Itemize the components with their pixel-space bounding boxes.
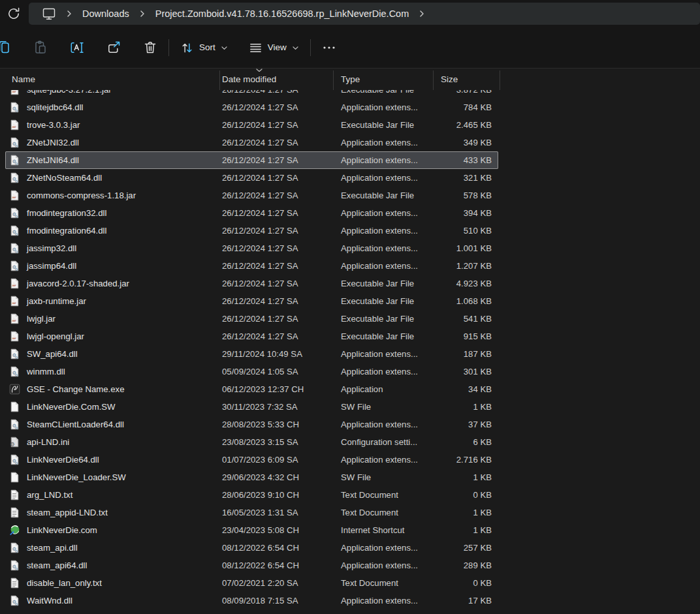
file-row[interactable]: ☕ commons-compress-1.18.jar 26/12/2024 1… — [5, 187, 498, 204]
toolbar-separator — [168, 39, 169, 56]
file-row[interactable]: ⚙⚙ jassimp64.dll 26/12/2024 1:27 SA Appl… — [5, 257, 498, 275]
file-row[interactable]: ⚙⚙ steam_api64.dll 08/12/2022 6:54 CH Ap… — [5, 557, 498, 574]
dll-file-icon: ⚙⚙ — [9, 454, 20, 465]
dll-file-icon: ⚙⚙ — [9, 243, 20, 254]
file-row[interactable]: ☕ trove-3.0.3.jar 26/12/2024 1:27 SA Exe… — [5, 116, 498, 134]
file-row[interactable]: ⚙⚙ sqlitejdbc64.dll 26/12/2024 1:27 SA A… — [5, 99, 498, 116]
breadcrumb: Downloads Project.Zomboid.v41.78.16.1652… — [29, 3, 700, 25]
file-name: commons-compress-1.18.jar — [27, 191, 136, 200]
file-row[interactable]: ⚙ api-LND.ini 23/08/2023 3:15 SA Configu… — [5, 433, 498, 451]
share-button[interactable] — [101, 35, 127, 60]
file-name: javacord-2.0.17-shaded.jar — [27, 279, 129, 288]
file-row[interactable]: LinkNeverDie.Com.SW 30/11/2023 7:32 SA S… — [5, 398, 498, 416]
toolbar-separator — [310, 39, 311, 56]
column-separator[interactable] — [219, 70, 220, 90]
file-date-modified: 16/05/2023 1:31 SA — [219, 508, 333, 517]
file-row[interactable]: steam_appid-LND.txt 16/05/2023 1:31 SA T… — [5, 504, 498, 521]
file-date-modified: 23/04/2023 5:08 CH — [219, 525, 333, 535]
file-row[interactable]: ⚙⚙ fmodintegration64.dll 26/12/2024 1:27… — [5, 222, 498, 239]
file-name: SW_api64.dll — [27, 349, 78, 359]
file-date-modified: 23/08/2023 3:15 SA — [219, 437, 333, 447]
crumb-current-folder[interactable]: Project.Zomboid.v41.78.16.16526698.rp_Li… — [151, 5, 413, 23]
svg-text:⚙: ⚙ — [15, 373, 18, 377]
column-header-type[interactable]: Type — [341, 74, 360, 84]
file-type: Text Document — [333, 490, 433, 500]
file-row[interactable]: ⚙⚙ steam_api.dll 08/12/2022 6:54 CH Appl… — [5, 539, 498, 557]
file-row[interactable]: ⚙⚙ ZNetNoSteam64.dll 26/12/2024 1:27 SA … — [5, 169, 498, 187]
see-more-button[interactable] — [316, 35, 342, 60]
file-size: 289 KB — [433, 560, 498, 570]
sort-button[interactable]: Sort — [174, 35, 234, 60]
file-size: 1 KB — [433, 402, 498, 412]
column-separator[interactable] — [500, 70, 500, 90]
file-name: LinkNeverDie_Loader.SW — [27, 472, 126, 482]
crumb-downloads[interactable]: Downloads — [78, 5, 133, 23]
file-row[interactable]: ☕ lwjgl-opengl.jar 26/12/2024 1:27 SA Ex… — [5, 328, 498, 345]
file-list: ☕ sqlite-jdbc-3.27.2.1.jar 26/12/2024 1:… — [0, 90, 700, 614]
file-type: Text Document — [333, 578, 433, 588]
file-type: Executable Jar File — [333, 296, 433, 306]
sw-file-icon — [9, 472, 20, 483]
file-name: LinkNeverDie64.dll — [27, 455, 99, 465]
file-row[interactable]: arg_LND.txt 28/06/2023 9:10 CH Text Docu… — [5, 486, 498, 504]
this-pc-crumb-button[interactable] — [38, 5, 60, 23]
file-row[interactable]: ⚙⚙ winmm.dll 05/09/2024 1:05 SA Applicat… — [5, 363, 498, 380]
file-row[interactable]: ☕ sqlite-jdbc-3.27.2.1.jar 26/12/2024 1:… — [5, 90, 498, 99]
file-name: jaxb-runtime.jar — [27, 296, 86, 306]
file-date-modified: 26/12/2024 1:27 SA — [219, 279, 333, 288]
file-size: 0 KB — [433, 490, 498, 500]
svg-text:⚙: ⚙ — [15, 215, 18, 219]
file-row[interactable]: ⚙⚙ WaitWnd.dll 08/09/2018 7:15 SA Applic… — [5, 592, 498, 609]
file-date-modified: 06/12/2023 12:37 CH — [219, 384, 333, 394]
file-row[interactable]: ☕ lwjgl.jar 26/12/2024 1:27 SA Executabl… — [5, 310, 498, 328]
rename-icon — [69, 40, 85, 55]
file-row[interactable]: ⚙⚙ ZNetJNI32.dll 26/12/2024 1:27 SA Appl… — [5, 134, 498, 151]
delete-icon — [142, 40, 158, 55]
file-row[interactable]: LinkNeverDie_Loader.SW 29/06/2023 4:32 C… — [5, 468, 498, 486]
file-size: 4.923 KB — [433, 279, 498, 288]
file-date-modified: 26/12/2024 1:27 SA — [219, 138, 333, 147]
file-row[interactable]: ⚙⚙ ZNetJNI64.dll 26/12/2024 1:27 SA Appl… — [5, 151, 498, 169]
file-name: jassimp64.dll — [27, 261, 76, 271]
dll-file-icon: ⚙⚙ — [9, 366, 20, 377]
column-separator[interactable] — [433, 70, 434, 90]
column-separator[interactable] — [333, 70, 334, 90]
breadcrumb-chevron-icon[interactable] — [60, 8, 78, 19]
rename-button[interactable] — [64, 35, 90, 60]
file-size: 321 KB — [433, 173, 498, 183]
file-row[interactable]: ⚙⚙ fmodintegration32.dll 26/12/2024 1:27… — [5, 204, 498, 222]
file-row[interactable]: ⚙⚙ SW_api64.dll 29/11/2024 10:49 SA Appl… — [5, 345, 498, 363]
file-row[interactable]: ☕ jaxb-runtime.jar 26/12/2024 1:27 SA Ex… — [5, 292, 498, 310]
paste-button[interactable] — [27, 35, 54, 60]
paste-icon — [33, 40, 48, 55]
copy-button[interactable] — [0, 35, 17, 60]
file-row[interactable]: LinkNeverDie.com 23/04/2023 5:08 CH Inte… — [5, 521, 498, 539]
column-header-name[interactable]: Name — [12, 74, 35, 84]
file-row[interactable]: ⚙⚙ jassimp32.dll 26/12/2024 1:27 SA Appl… — [5, 239, 498, 257]
file-size: 17 KB — [433, 596, 498, 606]
refresh-button[interactable] — [1, 2, 26, 25]
file-row[interactable]: ⚙⚙ SteamCLientLoader64.dll 28/08/2023 5:… — [5, 416, 498, 433]
svg-text:⚙: ⚙ — [10, 441, 15, 448]
delete-button[interactable] — [137, 35, 163, 60]
dll-file-icon: ⚙⚙ — [9, 172, 20, 183]
svg-text:⚙: ⚙ — [15, 549, 18, 553]
breadcrumb-chevron-icon[interactable] — [133, 8, 151, 19]
file-row[interactable]: disable_lan_only.txt 07/02/2021 2:20 SA … — [5, 574, 498, 592]
file-row[interactable]: ☕ javacord-2.0.17-shaded.jar 26/12/2024 … — [5, 275, 498, 292]
file-row[interactable]: ⚙⚙ LinkNeverDie64.dll 01/07/2023 6:09 SA… — [5, 451, 498, 468]
file-type: Application extens... — [333, 243, 433, 253]
file-name: WaitWnd.dll — [27, 596, 72, 606]
column-header-size[interactable]: Size — [441, 74, 458, 84]
svg-text:⚙: ⚙ — [15, 162, 18, 166]
text-file-icon — [9, 489, 20, 500]
sort-direction-caret-icon — [255, 67, 264, 74]
file-size: 0 KB — [433, 578, 498, 588]
file-type: Executable Jar File — [333, 120, 433, 130]
column-header-date-modified[interactable]: Date modified — [222, 74, 276, 84]
text-file-icon — [9, 507, 20, 518]
file-row[interactable]: GSE - Change Name.exe 06/12/2023 12:37 C… — [5, 380, 498, 398]
copy-icon — [0, 40, 12, 55]
view-button[interactable]: View — [243, 35, 305, 60]
breadcrumb-chevron-icon[interactable] — [413, 8, 431, 19]
